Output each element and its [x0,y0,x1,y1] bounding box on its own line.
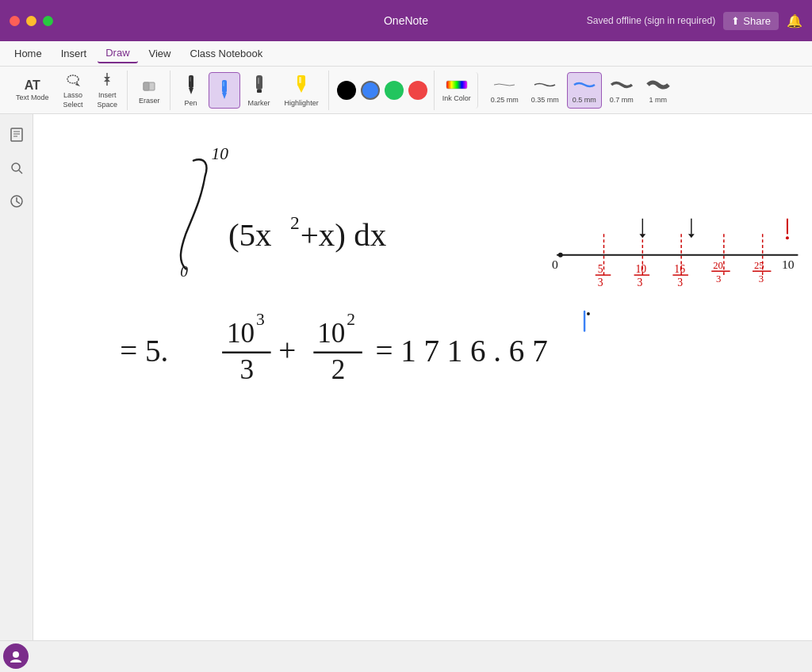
svg-rect-8 [189,75,193,88]
marker-icon [251,74,268,97]
svg-text:+x) dx: +x) dx [301,216,387,253]
window-controls [10,16,53,26]
svg-text:3: 3 [598,277,603,288]
ink-color-icon [446,78,468,93]
menu-draw[interactable]: Draw [98,44,137,63]
svg-text:2: 2 [290,212,300,233]
svg-marker-5 [104,78,110,82]
pen-tools-group: Pen Marker [172,71,329,110]
color-black[interactable] [337,81,356,100]
insert-space-icon [99,71,115,90]
svg-rect-7 [144,82,149,90]
titlebar-right: Saved offline (sign in required) ⬆ Share… [587,12,802,30]
share-button[interactable]: ⬆ Share [723,12,779,30]
search-icon[interactable] [4,155,29,181]
app-title: OneNote [384,14,428,27]
svg-text:10: 10 [636,263,647,275]
svg-rect-20 [446,81,467,89]
share-icon: ⬆ [731,15,740,27]
svg-text:10: 10 [782,258,795,271]
pen-size-035[interactable]: 0.35 mm [527,72,564,109]
left-sidebar [0,114,33,640]
svg-rect-16 [258,78,259,84]
svg-rect-29 [43,114,803,640]
pages-icon[interactable] [4,122,29,147]
canvas-area[interactable]: 10 0 (5x 2 +x) dx = 5. 10 3 3 + 10 2 2 =… [33,114,812,640]
eraser-button[interactable]: Eraser [132,72,167,109]
svg-text:0: 0 [180,263,188,280]
color-blue[interactable] [361,81,380,100]
user-avatar[interactable] [3,643,29,669]
edit-tools-group: AT Text Mode Lasso Select Insert Space [6,71,128,110]
color-swatches [331,71,435,110]
maximize-button[interactable] [43,16,53,26]
svg-point-77 [587,312,590,315]
svg-text:3: 3 [256,310,265,329]
svg-text:10: 10 [317,318,345,349]
statusbar [0,640,812,672]
svg-text:(5x: (5x [228,216,272,253]
svg-point-47 [558,253,563,258]
text-mode-icon: AT [25,79,40,92]
svg-marker-9 [189,88,193,94]
svg-text:0: 0 [552,258,558,271]
svg-rect-11 [222,80,227,93]
svg-rect-15 [257,90,262,93]
pen-size-025[interactable]: 0.25 mm [486,72,523,109]
svg-text:3: 3 [240,354,255,385]
minimize-button[interactable] [26,16,36,26]
svg-text:= 1 7 1 6 . 6  7: = 1 7 1 6 . 6 7 [375,334,547,368]
text-mode-button[interactable]: AT Text Mode [10,72,56,109]
svg-point-26 [12,163,20,171]
marker-button[interactable]: Marker [242,72,277,109]
history-icon[interactable] [4,189,29,214]
lasso-select-button[interactable]: Lasso Select [57,72,90,109]
eraser-icon [140,76,158,95]
color-red[interactable] [408,81,427,100]
menu-class-notebook[interactable]: Class Notebook [182,44,271,63]
svg-text:2: 2 [331,354,346,385]
pen-black-button[interactable]: Pen [175,72,207,109]
color-green[interactable] [385,81,404,100]
svg-line-27 [19,170,22,174]
svg-text:25: 25 [754,260,764,271]
pen-size-group: 0.25 mm 0.35 mm 0.5 mm 0.7 mm [480,71,681,110]
pen-black-icon [182,74,200,97]
svg-text:10: 10 [211,144,228,163]
svg-rect-19 [299,77,301,83]
pen-size-05[interactable]: 0.5 mm [567,72,602,109]
toolbar: AT Text Mode Lasso Select Insert Space E… [0,67,812,114]
ink-color-button[interactable]: Ink Color [436,72,478,109]
pen-size-07[interactable]: 0.7 mm [605,72,638,109]
notifications-icon[interactable]: 🔔 [787,13,802,29]
svg-marker-12 [222,93,227,99]
svg-rect-10 [190,77,191,82]
svg-text:16: 16 [674,263,685,275]
titlebar: OneNote Saved offline (sign in required)… [0,0,812,41]
menu-view[interactable]: View [141,44,179,63]
menu-insert[interactable]: Insert [53,44,95,63]
svg-point-0 [67,75,79,83]
close-button[interactable] [10,16,20,26]
svg-marker-18 [298,86,304,93]
highlighter-button[interactable]: Highlighter [278,72,325,109]
svg-text:= 5.: = 5. [120,334,168,368]
svg-rect-13 [223,82,224,86]
svg-point-75 [786,236,789,239]
svg-text:3: 3 [759,273,764,284]
insert-space-button[interactable]: Insert Space [91,72,124,109]
svg-text:5: 5 [598,263,603,275]
pen-blue-button[interactable] [209,72,240,109]
svg-text:3: 3 [637,277,642,288]
svg-marker-1 [75,82,80,86]
menubar: Home Insert Draw View Class Notebook [0,41,812,67]
svg-text:3: 3 [677,277,683,288]
lasso-icon [65,71,81,90]
pen-blue-icon [216,78,233,102]
saved-status: Saved offline (sign in required) [587,15,716,26]
highlighter-icon [293,74,310,97]
svg-text:3: 3 [716,273,721,284]
menu-home[interactable]: Home [6,44,50,63]
pen-size-1[interactable]: 1 mm [642,72,675,109]
svg-text:2: 2 [347,310,355,329]
